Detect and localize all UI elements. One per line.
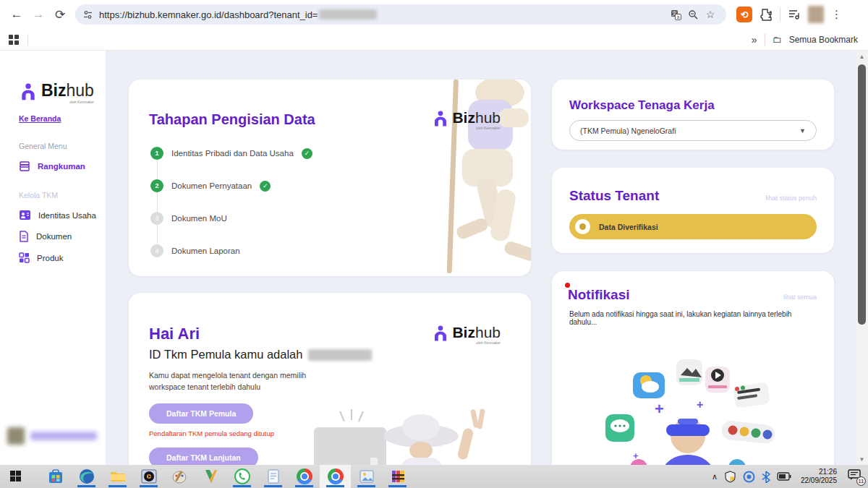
taskbar-chrome-active[interactable] <box>320 465 351 488</box>
sidebar-item-identitas-usaha[interactable]: Identitas Usaha <box>19 210 106 221</box>
taskbar-v-app[interactable] <box>195 465 226 488</box>
step-label: Identitas Pribadi dan Data Usaha <box>171 149 294 158</box>
step-number: 3 <box>150 212 163 225</box>
profile-avatar[interactable] <box>808 6 824 23</box>
microsoft-store-icon <box>47 468 64 485</box>
bizhub-logo-icon <box>432 325 449 342</box>
taskbar-date: 22/09/2025 <box>801 476 837 486</box>
reload-button[interactable]: ⟳ <box>49 4 71 25</box>
taskbar-notepad[interactable] <box>258 465 289 488</box>
translate-icon[interactable]: 文a <box>667 6 684 23</box>
bizhub-logo: Bizhub oleh Kemnaker <box>19 82 106 104</box>
zoom-icon[interactable] <box>684 6 702 23</box>
back-button[interactable]: ← <box>6 4 27 25</box>
site-settings-icon[interactable] <box>82 9 93 20</box>
taskbar-winrar[interactable] <box>382 465 413 488</box>
logo-bold: Biz <box>452 109 475 126</box>
svg-text:a: a <box>676 14 679 20</box>
extensions-puzzle-icon[interactable] <box>760 8 773 21</box>
card-greeting: Bizhub oleh Kemnaker Hai Ari ID Tkm Pemu… <box>129 293 531 465</box>
page-scrollbar[interactable]: ▲ ▼ <box>856 51 868 465</box>
address-bar[interactable]: https://bizhub.kemnaker.go.id/dashboard?… <box>75 4 726 25</box>
bookmarks-folder-label[interactable]: Semua Bookmark <box>789 35 858 45</box>
bookmark-star-icon[interactable]: ☆ <box>702 6 719 23</box>
windows-taskbar: ∧ 21:26 22/09/2025 11 <box>0 465 868 488</box>
bizhub-logo: Bizhub oleh Kemnaker <box>432 110 501 130</box>
sidebar: Bizhub oleh Kemnaker Ke Beranda General … <box>0 51 106 465</box>
bookmarks-bar: » 🗀 Semua Bookmark <box>0 29 868 51</box>
bizhub-logo-icon <box>432 110 449 127</box>
taskbar-paint[interactable] <box>164 465 195 488</box>
step-label: Dokumen MoU <box>171 214 227 223</box>
lihat-status-penuh-link[interactable]: lihat status penuh <box>765 194 817 202</box>
v-app-icon <box>203 468 220 485</box>
defender-shield-icon[interactable] <box>724 471 736 483</box>
step-label: Dokumen Pernyataan <box>171 181 252 190</box>
logo-tagline: oleh Kemnaker <box>41 100 94 104</box>
greeting-description: Kamu dapat mengelola tenant dengan memil… <box>149 370 323 393</box>
system-tray: ∧ 21:26 22/09/2025 11 <box>712 468 868 486</box>
daftar-tkm-pemula-button[interactable]: Daftar TKM Pemula <box>149 403 253 424</box>
taskbar-chrome[interactable] <box>289 465 320 488</box>
logo-bold: Biz <box>41 81 67 100</box>
whatsapp-icon <box>234 468 251 485</box>
scroll-up-icon[interactable]: ▲ <box>859 51 865 62</box>
step-number: 4 <box>150 244 163 257</box>
browser-toolbar: ← → ⟳ https://bizhub.kemnaker.go.id/dash… <box>0 0 868 29</box>
taskbar-file-explorer[interactable] <box>102 465 133 488</box>
chrome-menu-icon[interactable]: ⋮ <box>831 8 842 21</box>
reading-list-icon[interactable] <box>788 9 801 20</box>
sidebar-item-produk[interactable]: Produk <box>19 252 106 263</box>
battery-icon[interactable] <box>777 472 791 481</box>
scrollbar-thumb[interactable] <box>858 64 866 325</box>
taskbar-microsoft-store[interactable] <box>40 465 71 488</box>
card-tahapan-pengisian-data: Bizhub oleh Kemnaker Tahapan Pengisian D… <box>129 80 531 276</box>
section-kelola-tkm: Kelola TKM <box>19 191 106 200</box>
winrar-icon <box>389 468 407 485</box>
chrome-icon <box>328 468 344 484</box>
apps-grid-icon[interactable] <box>9 35 19 45</box>
tenant-id-redacted <box>319 9 377 20</box>
status-dot-icon <box>575 219 590 234</box>
user-avatar <box>7 427 25 445</box>
dashboard-page: Bizhub oleh Kemnaker Ke Beranda General … <box>0 51 868 465</box>
edge-icon <box>78 468 95 485</box>
bluetooth-icon[interactable] <box>762 471 770 483</box>
vr-person-illustration: + + + + <box>588 358 805 465</box>
bookmarks-overflow-chevron[interactable]: » <box>752 34 757 46</box>
document-icon <box>19 231 29 242</box>
taskbar-media-player[interactable] <box>133 465 164 488</box>
logo-bold: Biz <box>452 324 475 341</box>
user-name-redacted <box>30 432 97 440</box>
start-button[interactable] <box>0 465 31 488</box>
notepad-icon <box>265 468 282 485</box>
taskbar-edge[interactable] <box>71 465 102 488</box>
sidebar-item-rangkuman[interactable]: Rangkuman <box>19 160 106 172</box>
url-text: https://bizhub.kemnaker.go.id/dashboard?… <box>99 9 318 20</box>
sidebar-user-info[interactable] <box>7 427 97 445</box>
home-link[interactable]: Ke Beranda <box>19 114 106 123</box>
extension-orange-icon[interactable]: ⟲ <box>736 7 752 22</box>
chevron-down-icon: ▼ <box>799 127 806 134</box>
sidebar-item-dokumen[interactable]: Dokumen <box>19 231 106 242</box>
lihat-semua-link[interactable]: lihat semua <box>783 294 817 301</box>
bookmarks-folder-icon: 🗀 <box>773 34 782 45</box>
step-number: 1 <box>150 147 163 160</box>
action-center-button[interactable]: 11 <box>848 469 861 484</box>
taskbar-clock[interactable]: 21:26 22/09/2025 <box>801 468 837 486</box>
file-explorer-icon <box>109 468 127 485</box>
daftar-tkm-lanjutan-button[interactable]: Daftar TKM Lanjutan <box>149 448 258 466</box>
id-card-icon <box>19 210 31 221</box>
taskbar-photos[interactable] <box>351 465 382 488</box>
workspace-selected-value: (TKM Pemula) NgeneloGrafi <box>580 127 676 135</box>
workspace-select[interactable]: (TKM Pemula) NgeneloGrafi ▼ <box>569 120 817 141</box>
scroll-down-icon[interactable]: ▼ <box>859 453 865 465</box>
media-player-icon <box>140 468 158 485</box>
card-workspace: Workspace Tenaga Kerja (TKM Pemula) Ngen… <box>552 80 834 150</box>
status-badge-label: Data Diverifikasi <box>599 223 658 231</box>
tray-chevron-up-icon[interactable]: ∧ <box>712 472 718 481</box>
taskbar-whatsapp[interactable] <box>226 465 258 488</box>
cortana-icon[interactable] <box>743 471 755 483</box>
card-status-tenant: Status Tenant lihat status penuh Data Di… <box>552 168 834 253</box>
status-badge: Data Diverifikasi <box>569 214 817 239</box>
